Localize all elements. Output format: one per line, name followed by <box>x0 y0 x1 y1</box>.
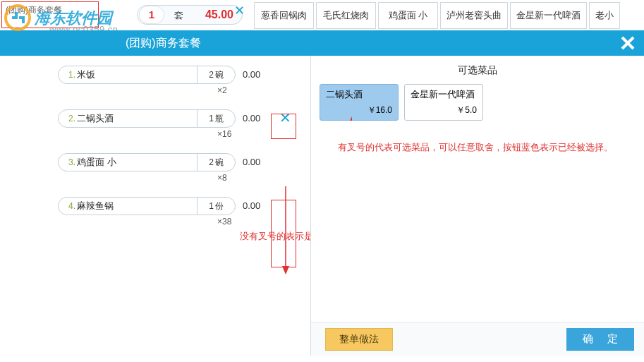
item-qty: 1份 <box>197 198 235 215</box>
annotation-arrow-icon <box>339 114 352 126</box>
combo-item-row: 3. 鸡蛋面 小 2碗 0.00 ×8 <box>58 153 302 187</box>
item-name: 米饭 <box>77 68 197 81</box>
item-multiplier: ×2 <box>217 85 227 95</box>
whole-order-method-button[interactable]: 整单做法 <box>325 328 393 351</box>
item-index: 3. <box>63 157 75 167</box>
dialog-title: (团购)商务套餐 <box>126 36 201 51</box>
close-icon[interactable] <box>616 30 640 56</box>
selected-combo-box: (团购)商务套餐 <box>1 1 99 28</box>
item-multiplier: ×16 <box>217 129 231 139</box>
combo-item-row: 4. 麻辣鱼锅 1份 0.00 ×38 <box>58 197 302 231</box>
item-name: 麻辣鱼锅 <box>77 200 197 212</box>
dialog-titlebar: (团购)商务套餐 <box>0 30 644 56</box>
item-price: 0.00 <box>243 157 260 167</box>
selected-combo-label: (团购)商务套餐 <box>6 4 62 16</box>
optional-dish-price: ￥16.0 <box>326 104 392 116</box>
item-name: 二锅头酒 <box>77 112 197 125</box>
item-qty: 1瓶 <box>197 110 235 127</box>
combo-item-row: 1. 米饭 2碗 0.00 ×2 <box>58 66 302 99</box>
optional-dish-card[interactable]: 二锅头酒 ￥16.0 <box>320 84 399 121</box>
dish-tab[interactable]: 毛氏红烧肉 <box>316 2 376 29</box>
item-qty: 2碗 <box>197 66 235 83</box>
item-price: 0.00 <box>243 200 260 211</box>
item-price: 0.00 <box>243 113 260 123</box>
item-pill[interactable]: 3. 鸡蛋面 小 2碗 <box>58 153 236 171</box>
item-pill[interactable]: 4. 麻辣鱼锅 1份 <box>58 197 236 215</box>
svg-marker-5 <box>350 114 352 121</box>
dish-tab[interactable]: 金星新一代啤酒 <box>510 2 587 29</box>
optional-dish-name: 金星新一代啤酒 <box>411 88 477 101</box>
svg-marker-3 <box>282 266 289 274</box>
item-pill[interactable]: 2. 二锅头酒 1瓶 <box>58 109 236 128</box>
dish-tab[interactable]: 鸡蛋面 小 <box>378 2 438 29</box>
quantity-price-pill: 1 套 45.00 <box>137 5 243 25</box>
combo-item-row: 2. 二锅头酒 1瓶 0.00 ×16 ✕ <box>58 109 302 143</box>
item-name: 鸡蛋面 小 <box>77 156 197 169</box>
optional-dish-card[interactable]: 金星新一代啤酒 ￥5.0 <box>404 84 483 121</box>
item-multiplier: ×8 <box>217 173 227 183</box>
dish-tab[interactable]: 泸州老窖头曲 <box>440 2 508 29</box>
item-index: 1. <box>63 70 75 80</box>
item-index: 4. <box>63 201 75 211</box>
annotation-text: 有叉号的代表可选菜品，可以任意取舍，按钮蓝色表示已经被选择。 <box>338 140 641 155</box>
item-index: 2. <box>63 114 75 123</box>
dish-tab[interactable]: 老小 <box>589 2 620 29</box>
annotation-box <box>271 114 296 139</box>
dish-tab[interactable]: 葱香回锅肉 <box>254 2 314 29</box>
combo-unit: 套 <box>174 9 183 22</box>
combo-items-panel: 1. 米饭 2碗 0.00 ×2 2. 二锅头酒 1瓶 0.00 ×16 ✕ 3… <box>49 56 310 356</box>
combo-price: 45.00 <box>205 8 233 21</box>
optional-title: 可选菜品 <box>311 64 644 77</box>
optional-dishes-panel: 可选菜品 二锅头酒 ￥16.0 金星新一代啤酒 ￥5.0 有叉号的代表可选菜品，… <box>310 56 644 356</box>
item-price: 0.00 <box>243 69 260 80</box>
item-multiplier: ×38 <box>217 217 231 227</box>
combo-qty[interactable]: 1 <box>139 6 164 24</box>
item-pill[interactable]: 1. 米饭 2碗 <box>58 66 236 84</box>
optional-dish-name: 二锅头酒 <box>326 88 392 101</box>
item-qty: 2碗 <box>197 154 235 171</box>
bottom-bar: 整单做法 确 定 <box>311 322 644 356</box>
optional-dish-price: ￥5.0 <box>411 104 477 116</box>
dish-tabs: 葱香回锅肉 毛氏红烧肉 鸡蛋面 小 泸州老窖头曲 金星新一代啤酒 老小 <box>254 2 620 29</box>
confirm-button[interactable]: 确 定 <box>566 328 634 351</box>
remove-combo-icon[interactable]: ✕ <box>234 5 247 18</box>
